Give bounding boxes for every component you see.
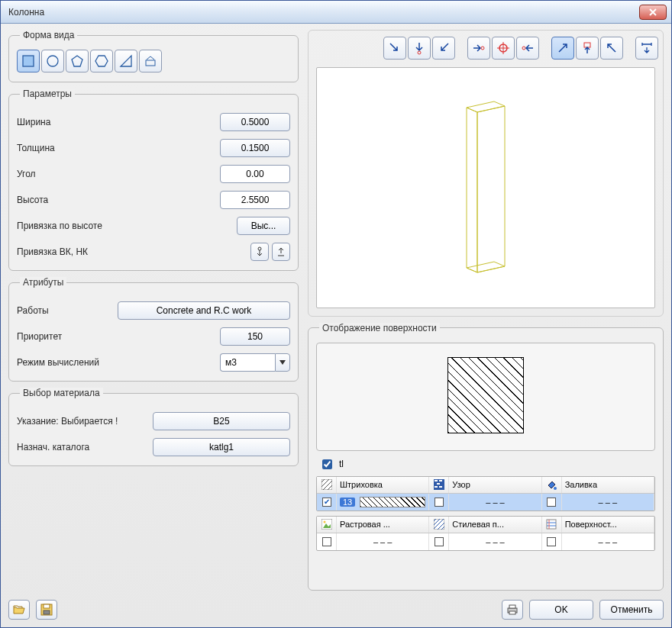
row1-hatch-check[interactable]: ✔ [322, 498, 331, 507]
shape-custom-button[interactable] [139, 50, 162, 72]
row1-pattern-val: – – – [449, 494, 541, 510]
hexagon-icon [95, 54, 108, 68]
height-bind-button[interactable]: Выс... [237, 217, 290, 235]
shape-hexagon-button[interactable] [90, 50, 113, 72]
attrs-group: Атрибуты Работы Concrete and R.C work Пр… [8, 277, 299, 382]
snap-btn-5[interactable] [492, 37, 515, 60]
height-input[interactable]: 2.5500 [220, 191, 290, 209]
header-pattern[interactable]: Узор [449, 477, 541, 493]
height-bind-label: Привязка по высоте [17, 221, 237, 231]
shape-triangle-button[interactable] [115, 50, 137, 72]
arrow-target-left-icon [521, 41, 535, 55]
snap-btn-3[interactable] [432, 37, 455, 60]
fill-icon [545, 478, 557, 491]
material-selection-button[interactable]: B25 [153, 412, 290, 430]
dimension-icon [640, 41, 654, 55]
print-button[interactable] [502, 600, 523, 620]
printer-icon [506, 604, 519, 616]
surface-row-1[interactable]: ✔ 13 – – – – – – [317, 494, 654, 510]
anchor-up-icon [276, 246, 286, 257]
ok-button[interactable]: OK [529, 600, 593, 620]
catalog-label: Назнач. каталога [17, 442, 153, 452]
svg-marker-4 [121, 56, 131, 66]
row2-surface-check[interactable] [547, 537, 556, 546]
left-column: Форма вида [8, 30, 299, 591]
surface-legend: Отображение поверхности [319, 323, 440, 333]
header-hatch[interactable]: Штриховка [337, 477, 429, 493]
snap-btn-1[interactable] [383, 37, 406, 60]
shape-pentagon-button[interactable] [66, 50, 89, 72]
width-button[interactable]: 0.5000 [220, 113, 290, 131]
shape-square-button[interactable] [17, 50, 40, 72]
tl-checkbox[interactable] [322, 459, 332, 469]
shape-circle-button[interactable] [41, 50, 64, 72]
snap-btn-7[interactable] [551, 37, 574, 60]
shape-legend: Форма вида [20, 30, 77, 40]
header-surface[interactable]: Поверхност... [562, 517, 654, 533]
vk-anchor-button[interactable] [250, 243, 269, 261]
row2-surface-val: – – – [562, 533, 654, 550]
cancel-button[interactable]: Отменить [599, 600, 664, 620]
header-fill[interactable]: Заливка [562, 477, 654, 493]
vknk-label: Привязка ВК, НК [17, 246, 250, 257]
svg-rect-5 [146, 60, 155, 66]
svg-point-1 [47, 56, 58, 66]
svg-rect-44 [509, 611, 515, 614]
snap-btn-4[interactable] [467, 37, 490, 60]
anchor-down-icon [254, 246, 265, 257]
nk-anchor-button[interactable] [272, 243, 290, 261]
row1-pattern-check[interactable] [435, 498, 444, 507]
surface-row-2[interactable]: – – – – – – – – – [317, 533, 654, 550]
row2-style-check[interactable] [435, 537, 444, 546]
material-group: Выбор материала Указание: Выбирается ! B… [8, 388, 299, 466]
params-group: Параметры Ширина 0.5000 Толщина 0.1500 У… [8, 89, 299, 271]
snap-btn-6[interactable] [516, 37, 539, 60]
snap-btn-10[interactable] [635, 37, 658, 60]
triangle-icon [119, 54, 133, 68]
calc-mode-value: м3 [220, 353, 275, 372]
svg-rect-41 [44, 610, 50, 614]
svg-rect-35 [547, 520, 556, 529]
angle-input[interactable]: 0.00 [220, 165, 290, 183]
svg-point-11 [418, 51, 421, 54]
load-favorite-button[interactable] [8, 600, 30, 620]
window-title: Колонна [5, 7, 639, 18]
header-style[interactable]: Стилевая п... [449, 517, 541, 533]
row1-fill-check[interactable] [547, 498, 556, 507]
catalog-button[interactable]: katlg1 [153, 438, 290, 456]
arrow-down-target-icon [412, 41, 426, 55]
dialog-window: Колонна Форма вида [0, 0, 672, 628]
close-button[interactable] [639, 5, 667, 20]
columns: Форма вида [8, 30, 664, 591]
priority-button[interactable]: 150 [220, 327, 290, 346]
snap-btn-8[interactable] [576, 37, 599, 60]
works-label: Работы [17, 305, 118, 316]
svg-point-6 [258, 247, 261, 250]
arrow-target-right-icon [472, 41, 486, 55]
header-raster[interactable]: Растровая ... [337, 517, 429, 533]
close-icon [649, 8, 657, 16]
hatch-icon [321, 478, 333, 491]
row2-raster-check[interactable] [322, 537, 331, 546]
svg-marker-2 [72, 56, 82, 66]
thickness-button[interactable]: 0.1500 [220, 139, 290, 157]
svg-marker-19 [467, 108, 477, 272]
works-button[interactable]: Concrete and R.C work [118, 301, 290, 320]
preview-panel [308, 30, 664, 317]
arrow-diag2-icon [437, 41, 451, 55]
folder-open-icon [13, 604, 25, 616]
square-icon [21, 54, 35, 68]
arrow-up-right-icon [556, 41, 570, 55]
hatch-preview [447, 357, 524, 433]
save-favorite-button[interactable] [36, 600, 57, 620]
snap-btn-9[interactable] [600, 37, 623, 60]
snap-btn-2[interactable] [408, 37, 431, 60]
pentagon-icon [70, 54, 84, 68]
row2-style-val: – – – [449, 533, 541, 550]
calc-mode-select[interactable]: м3 [220, 353, 290, 372]
preview-toolbar [313, 35, 658, 64]
params-legend: Параметры [20, 89, 75, 99]
shape-toolbar [17, 47, 290, 72]
svg-point-12 [481, 47, 484, 50]
calc-mode-arrow[interactable] [275, 353, 290, 372]
